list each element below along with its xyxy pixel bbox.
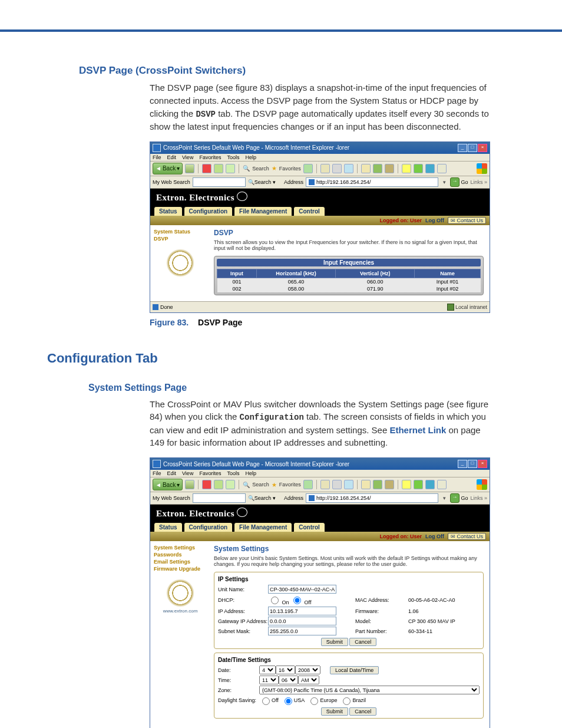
dt-submit[interactable]: Submit: [321, 707, 348, 716]
ext3-icon[interactable]: [425, 164, 435, 173]
side-dsvp[interactable]: DSVP: [154, 236, 207, 242]
side-firmware[interactable]: Firmware Upgrade: [154, 566, 207, 572]
window-close[interactable]: ×: [478, 144, 487, 152]
dhcp-off[interactable]: [293, 597, 301, 604]
table-row: 001065.40060.00Input #01: [217, 278, 481, 285]
ds-eu[interactable]: [310, 697, 318, 705]
tab-file[interactable]: File Management: [234, 522, 292, 532]
window-min[interactable]: _: [458, 460, 467, 468]
home-icon[interactable]: [226, 480, 235, 489]
block-icon[interactable]: [385, 164, 394, 173]
address-input[interactable]: http://192.168.254.254/: [306, 177, 439, 187]
menu-fav[interactable]: Favorites: [199, 154, 221, 160]
search-input[interactable]: [193, 177, 246, 187]
back-button[interactable]: ◄Back ▾: [153, 163, 183, 174]
ip-submit[interactable]: Submit: [321, 638, 348, 646]
ds-off[interactable]: [262, 697, 270, 705]
refresh-icon[interactable]: [214, 164, 223, 173]
logoff-link[interactable]: Log Off: [425, 218, 444, 223]
tab-file[interactable]: File Management: [234, 206, 292, 216]
time-ap[interactable]: AM: [298, 676, 319, 684]
gateway-input[interactable]: [268, 617, 336, 625]
heading-config-tab: Configuration Tab: [47, 351, 515, 366]
figure-83: CrossPoint Series Default Web Page - Mic…: [150, 141, 495, 327]
logoff-link[interactable]: Log Off: [425, 533, 444, 539]
home-icon[interactable]: [226, 164, 235, 173]
search-input[interactable]: [193, 493, 246, 503]
ext4-icon[interactable]: [437, 164, 447, 173]
ext1-icon[interactable]: [402, 164, 411, 173]
side-system-settings[interactable]: System Settings: [154, 545, 207, 551]
menu-view[interactable]: View: [182, 154, 193, 160]
contact-link[interactable]: ✉ Contact Us: [448, 533, 486, 540]
tab-status[interactable]: Status: [154, 522, 183, 532]
contact-link[interactable]: ✉ Contact Us: [448, 217, 486, 224]
figure-84: CrossPoint Series Default Web Page - Mic…: [150, 457, 495, 728]
window-max[interactable]: □: [468, 460, 477, 468]
freq-table: Input Horizontal (kHz) Vertical (Hz) Nam…: [217, 269, 481, 292]
clipboard-icon[interactable]: [361, 164, 371, 173]
zone-icon: [447, 304, 454, 311]
menu-edit[interactable]: Edit: [167, 154, 177, 160]
ethernet-link[interactable]: Ethernet Link: [389, 425, 446, 435]
menu-help[interactable]: Help: [245, 154, 256, 160]
forward-button[interactable]: [185, 480, 194, 489]
edit-icon[interactable]: [344, 164, 353, 173]
tab-config[interactable]: Configuration: [184, 206, 233, 216]
table-row: 002058.00071.90Input #02: [217, 285, 481, 292]
window-close[interactable]: ×: [478, 460, 487, 468]
tab-config[interactable]: Configuration: [184, 522, 233, 532]
window-min[interactable]: _: [458, 144, 467, 152]
heading-system-settings: System Settings Page: [88, 383, 515, 393]
page-title: System Settings: [214, 545, 484, 553]
side-email[interactable]: Email Settings: [154, 559, 207, 565]
ext2-icon[interactable]: [414, 164, 423, 173]
print-icon[interactable]: [332, 164, 342, 173]
menu-file[interactable]: File: [153, 154, 161, 160]
ds-usa[interactable]: [285, 697, 292, 705]
date-day[interactable]: 16: [276, 666, 295, 674]
side-system-status[interactable]: System Status: [154, 229, 207, 235]
forward-button[interactable]: [185, 164, 194, 173]
extron-swirl-icon: [166, 579, 194, 607]
local-datetime-btn[interactable]: Local Date/Time: [330, 666, 379, 674]
site-link[interactable]: www.extron.com: [154, 608, 207, 614]
window-max[interactable]: □: [468, 144, 477, 152]
stop-icon[interactable]: [202, 164, 211, 173]
links-button[interactable]: Links »: [470, 179, 487, 185]
ds-br[interactable]: [343, 697, 351, 705]
refresh-icon[interactable]: [214, 480, 223, 489]
history-icon[interactable]: [303, 164, 313, 173]
go-button[interactable]: Go: [450, 177, 468, 187]
tab-control[interactable]: Control: [293, 522, 325, 532]
menu-tools[interactable]: Tools: [227, 154, 239, 160]
back-button[interactable]: ◄Back ▾: [153, 479, 183, 490]
phone-label: 800.633.9876: [326, 209, 362, 216]
address-input[interactable]: http://192.168.254.254/: [306, 493, 439, 503]
dhcp-on[interactable]: [271, 597, 279, 604]
page-desc: Below are your Unit's basic System Setti…: [214, 555, 484, 567]
stop-icon[interactable]: [202, 480, 211, 489]
toolbar-fav[interactable]: Favorites: [279, 166, 301, 172]
tab-status[interactable]: Status: [154, 206, 183, 216]
date-month[interactable]: 4: [259, 666, 276, 674]
date-year[interactable]: 2008: [295, 666, 320, 674]
go-button[interactable]: Go: [450, 493, 468, 503]
window-title: CrossPoint Series Default Web Page - Mic…: [163, 144, 349, 151]
mail-icon[interactable]: [320, 164, 330, 173]
fig83-num: Figure 83.: [150, 318, 189, 327]
side-passwords[interactable]: Passwords: [154, 552, 207, 558]
subnet-input[interactable]: [268, 627, 336, 635]
ip-input[interactable]: [268, 607, 336, 615]
dt-cancel[interactable]: Cancel: [349, 707, 376, 716]
page-title: DSVP: [214, 229, 484, 237]
time-h[interactable]: 11: [259, 676, 279, 684]
time-m[interactable]: 06: [279, 676, 298, 684]
unit-name-input[interactable]: [268, 585, 336, 594]
freq-panel-title: Input Frequencies: [217, 259, 481, 266]
msgr-icon[interactable]: [373, 164, 382, 173]
zone-select[interactable]: (GMT-08:00) Pacific Time (US & Canada), …: [259, 686, 480, 694]
ip-cancel[interactable]: Cancel: [349, 638, 376, 646]
tab-control[interactable]: Control: [293, 206, 325, 216]
toolbar-search[interactable]: Search: [252, 166, 269, 172]
